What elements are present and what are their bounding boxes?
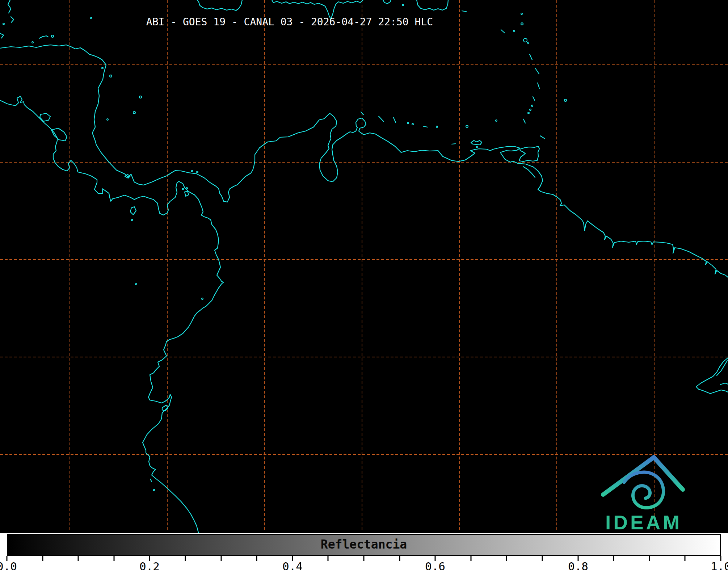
colorbar-tick-label: 0.0 xyxy=(0,561,17,571)
colorbar-tick xyxy=(363,556,365,561)
satellite-map-canvas: ABI - GOES 19 - CANAL 03 - 2026-04-27 22… xyxy=(0,0,728,533)
image-title: ABI - GOES 19 - CANAL 03 - 2026-04-27 22… xyxy=(146,16,433,28)
colorbar-tick xyxy=(220,556,222,561)
colorbar-tick xyxy=(542,556,543,561)
colorbar-tick xyxy=(613,556,614,561)
satellite-image-figure: ABI - GOES 19 - CANAL 03 - 2026-04-27 22… xyxy=(0,0,728,571)
colorbar-tick-label: 1.0 xyxy=(711,561,728,571)
colorbar-tick xyxy=(470,556,471,561)
colorbar-tick xyxy=(185,556,186,561)
colorbar-tick-label: 0.2 xyxy=(139,561,160,571)
colorbar-tick xyxy=(328,556,329,561)
colorbar-band: Reflectancia 0.0 0.2 0.4 0.6 0.8 1.0 xyxy=(0,533,728,571)
colorbar-tick-label: 0.6 xyxy=(425,561,445,571)
colorbar-tick xyxy=(649,556,650,561)
logo-text: IDEAM xyxy=(605,511,682,534)
colorbar-gradient: Reflectancia xyxy=(7,534,721,556)
colorbar-tick xyxy=(506,556,507,561)
colorbar-tick xyxy=(685,556,686,561)
colorbar-tick-label: 0.4 xyxy=(282,561,303,571)
colorbar-tick xyxy=(78,556,79,561)
colorbar-tick xyxy=(42,556,43,561)
colorbar-tick xyxy=(113,556,114,561)
hurricane-swirl-icon xyxy=(624,472,664,508)
colorbar-tick-label: 0.8 xyxy=(568,561,588,571)
colorbar-ticks xyxy=(7,556,721,562)
colorbar-tick xyxy=(399,556,400,561)
colorbar-label: Reflectancia xyxy=(321,537,407,551)
mountain-icon xyxy=(603,457,683,495)
colorbar-tick xyxy=(256,556,257,561)
ideam-logo: IDEAM xyxy=(596,449,700,539)
